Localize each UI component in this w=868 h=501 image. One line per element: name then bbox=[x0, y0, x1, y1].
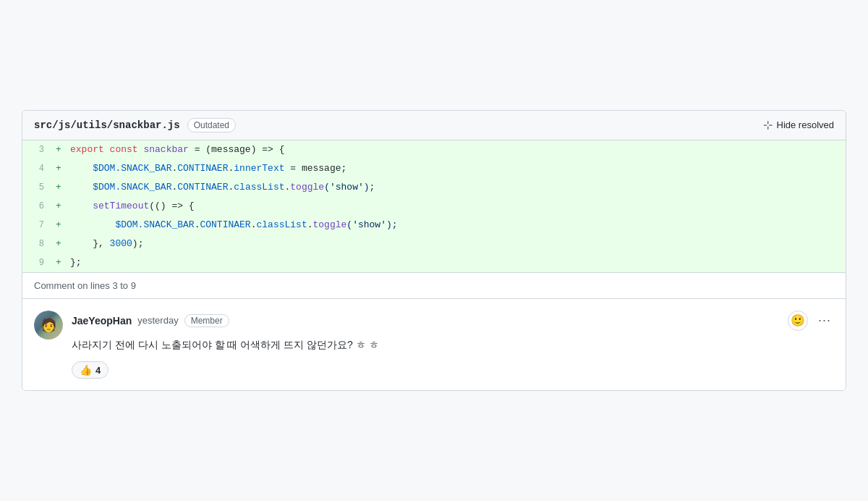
code-token bbox=[70, 201, 93, 211]
comment-actions: 🙂 ··· bbox=[788, 311, 834, 331]
code-token: $DOM. bbox=[70, 163, 121, 174]
code-token: }, bbox=[70, 238, 110, 249]
line-code: $DOM.SNACK_BAR.CONTINAER.innerText = mes… bbox=[66, 159, 846, 178]
avatar: 🧑 bbox=[34, 311, 63, 340]
line-marker: + bbox=[51, 140, 66, 159]
code-token: snackbar bbox=[143, 144, 188, 155]
hide-resolved-button[interactable]: ⊹ Hide resolved bbox=[763, 118, 835, 132]
line-code: }, 3000); bbox=[66, 235, 846, 253]
code-token: = message; bbox=[285, 163, 347, 174]
comment-item: 🧑 JaeYeopHan yesterday Member 🙂 ··· 사라지기… bbox=[34, 311, 834, 379]
code-token: $DOM. bbox=[70, 219, 143, 230]
line-number: 9 bbox=[22, 253, 51, 272]
table-row: 3+export const snackbar = (message) => { bbox=[22, 140, 846, 159]
comment-meta: JaeYeopHan yesterday Member 🙂 ··· bbox=[72, 311, 834, 331]
line-code: $DOM.SNACK_BAR.CONTINAER.classList.toggl… bbox=[66, 178, 846, 197]
comment-time: yesterday bbox=[137, 315, 178, 326]
code-token: CONTINAER bbox=[200, 219, 250, 230]
code-token: CONTINAER bbox=[177, 182, 228, 193]
line-marker: + bbox=[51, 216, 66, 235]
reaction-count: 4 bbox=[95, 365, 101, 376]
collapse-icon: ⊹ bbox=[763, 118, 773, 132]
line-number: 8 bbox=[22, 235, 51, 253]
line-marker: + bbox=[51, 253, 66, 272]
code-token: SNACK_BAR bbox=[121, 182, 171, 193]
table-row: 8+ }, 3000); bbox=[22, 235, 846, 253]
code-token: = (message) => { bbox=[189, 144, 285, 155]
code-token: CONTINAER bbox=[177, 163, 228, 174]
comment-author: JaeYeopHan bbox=[72, 315, 132, 327]
reaction-emoji: 👍 bbox=[80, 364, 92, 376]
line-code: export const snackbar = (message) => { bbox=[66, 140, 846, 159]
emoji-reaction-button[interactable]: 🙂 bbox=[788, 311, 808, 331]
diff-header: src/js/utils/snackbar.js Outdated ⊹ Hide… bbox=[22, 111, 846, 140]
line-code: $DOM.SNACK_BAR.CONTINAER.classList.toggl… bbox=[66, 216, 846, 235]
line-number: 6 bbox=[22, 197, 51, 216]
avatar-image: 🧑 bbox=[34, 311, 63, 340]
member-badge: Member bbox=[184, 314, 229, 327]
code-token: ('show'); bbox=[346, 219, 397, 230]
table-row: 6+ setTimeout(() => { bbox=[22, 197, 846, 216]
code-token: classList bbox=[234, 182, 284, 193]
line-code: }; bbox=[66, 253, 846, 272]
code-token: ('show'); bbox=[324, 182, 375, 193]
code-token: export bbox=[70, 144, 110, 155]
line-number: 3 bbox=[22, 140, 51, 159]
line-marker: + bbox=[51, 235, 66, 253]
diff-header-left: src/js/utils/snackbar.js Outdated bbox=[34, 118, 236, 132]
code-token: }; bbox=[70, 257, 82, 268]
code-token: ); bbox=[132, 238, 144, 249]
table-row: 4+ $DOM.SNACK_BAR.CONTINAER.innerText = … bbox=[22, 159, 846, 178]
table-row: 9+}; bbox=[22, 253, 846, 272]
code-token: . bbox=[307, 219, 313, 230]
comment-text: 사라지기 전에 다시 노출되어야 할 때 어색하게 뜨지 않던가요? ㅎ ㅎ bbox=[72, 337, 834, 353]
line-marker: + bbox=[51, 159, 66, 178]
diff-table: 3+export const snackbar = (message) => {… bbox=[22, 140, 846, 272]
line-marker: + bbox=[51, 178, 66, 197]
code-token: (() => { bbox=[149, 201, 194, 211]
hide-resolved-label: Hide resolved bbox=[777, 119, 835, 130]
comment-section: 🧑 JaeYeopHan yesterday Member 🙂 ··· 사라지기… bbox=[22, 299, 846, 390]
diff-card: src/js/utils/snackbar.js Outdated ⊹ Hide… bbox=[22, 110, 846, 391]
code-token: SNACK_BAR bbox=[121, 163, 171, 174]
code-token: toggle bbox=[313, 219, 347, 230]
code-token: innerText bbox=[234, 163, 284, 174]
code-token: toggle bbox=[290, 182, 324, 193]
outdated-badge: Outdated bbox=[187, 118, 236, 132]
code-token: $DOM. bbox=[70, 182, 121, 193]
line-marker: + bbox=[51, 197, 66, 216]
code-token: 3000 bbox=[110, 238, 132, 249]
line-code: setTimeout(() => { bbox=[66, 197, 846, 216]
line-number: 4 bbox=[22, 159, 51, 178]
table-row: 5+ $DOM.SNACK_BAR.CONTINAER.classList.to… bbox=[22, 178, 846, 197]
comment-body: JaeYeopHan yesterday Member 🙂 ··· 사라지기 전… bbox=[72, 311, 834, 379]
code-token: classList bbox=[256, 219, 307, 230]
file-path: src/js/utils/snackbar.js bbox=[34, 119, 180, 131]
comment-on-lines: Comment on lines 3 to 9 bbox=[22, 272, 846, 299]
thumbs-up-reaction-button[interactable]: 👍 4 bbox=[72, 361, 109, 379]
code-token: setTimeout bbox=[93, 201, 149, 211]
reaction-bar: 👍 4 bbox=[72, 361, 834, 379]
table-row: 7+ $DOM.SNACK_BAR.CONTINAER.classList.to… bbox=[22, 216, 846, 235]
code-token: const bbox=[110, 144, 144, 155]
line-number: 7 bbox=[22, 216, 51, 235]
more-options-button[interactable]: ··· bbox=[815, 313, 834, 328]
line-number: 5 bbox=[22, 178, 51, 197]
code-token: SNACK_BAR bbox=[143, 219, 194, 230]
